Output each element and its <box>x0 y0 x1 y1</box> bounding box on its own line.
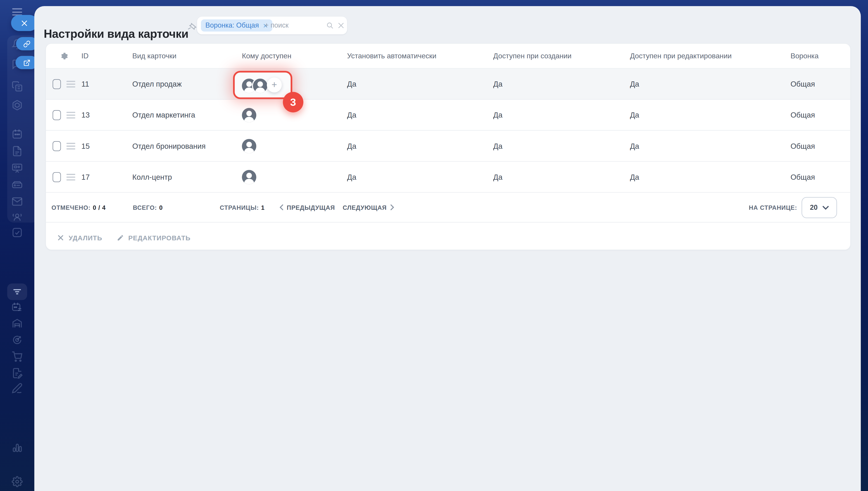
drag-handle-icon[interactable] <box>66 174 75 180</box>
row-available-on-edit: Да <box>630 111 639 119</box>
target-icon[interactable] <box>11 334 23 345</box>
signature-icon[interactable] <box>11 382 23 394</box>
table-row: 13Отдел маркетингаДаДаДаОбщая <box>46 100 850 131</box>
delete-button[interactable]: УДАЛИТЬ <box>57 234 102 242</box>
chevron-down-icon <box>822 206 829 209</box>
pages-counter: СТРАНИЦЫ:1 <box>220 204 265 210</box>
per-page-value: 20 <box>810 204 817 211</box>
row-card-view-name: Колл-центр <box>132 173 172 181</box>
chevron-right-icon <box>390 204 394 210</box>
app-root: Настройки вида карточки Воронка: Общая +… <box>0 0 868 491</box>
row-available-on-edit: Да <box>630 142 639 150</box>
row-available-on-edit: Да <box>630 173 639 181</box>
column-header-auto: Установить автоматически <box>347 52 437 60</box>
sidebar <box>0 0 39 491</box>
column-header-funnel: Воронка <box>790 52 818 60</box>
calendar-list-icon[interactable] <box>11 302 23 313</box>
row-id: 17 <box>81 173 90 181</box>
annotation-step-badge: 3 <box>283 92 303 113</box>
table-row: 11Отдел продажДаДаДаОбщая+3 <box>46 69 850 100</box>
row-available-on-edit: Да <box>630 80 639 88</box>
row-available-on-create: Да <box>493 111 503 119</box>
search-clear-icon[interactable] <box>337 22 345 29</box>
edit-pencil-icon <box>117 234 124 241</box>
prev-page-button[interactable]: ПРЕДЫДУЩАЯ <box>279 204 335 210</box>
user-avatar[interactable] <box>242 139 256 153</box>
column-header-name: Вид карточки <box>132 52 176 60</box>
copy-docs-icon[interactable] <box>11 81 23 92</box>
page-title: Настройки вида карточки <box>43 27 188 40</box>
next-page-button[interactable]: СЛЕДУЮЩАЯ <box>343 204 394 210</box>
row-id: 15 <box>81 142 90 150</box>
hamburger-icon[interactable] <box>12 8 22 16</box>
search-bar[interactable]: Воронка: Общая + поиск <box>197 17 347 34</box>
external-link-icon <box>23 59 30 66</box>
row-id: 11 <box>81 80 89 88</box>
user-avatar[interactable] <box>242 170 256 184</box>
user-avatar[interactable] <box>242 108 256 122</box>
filter-chip[interactable]: Воронка: Общая <box>201 20 272 32</box>
row-id: 13 <box>81 111 90 119</box>
search-icon[interactable] <box>326 22 334 29</box>
pin-icon[interactable] <box>187 21 198 32</box>
per-page-label: НА СТРАНИЦЕ: <box>749 204 797 210</box>
delete-x-icon <box>57 234 64 241</box>
row-set-automatically: Да <box>347 142 356 150</box>
row-funnel: Общая <box>790 80 815 88</box>
table-body: 11Отдел продажДаДаДаОбщая+313Отдел марке… <box>46 69 850 193</box>
cash-drawer-icon[interactable] <box>11 179 23 190</box>
add-user-button[interactable]: + <box>267 78 282 92</box>
user-avatar[interactable] <box>252 77 268 94</box>
calendar-icon[interactable] <box>11 128 23 140</box>
close-icon <box>21 19 28 27</box>
table-footer: ОТМЕЧЕНО:0 / 4 ВСЕГО:0 СТРАНИЦЫ:1 ПРЕДЫД… <box>46 193 850 222</box>
close-panel-button[interactable] <box>11 15 38 31</box>
row-checkbox[interactable] <box>53 172 61 182</box>
row-set-automatically: Да <box>347 173 356 181</box>
drag-handle-icon[interactable] <box>66 81 75 87</box>
link-icon <box>23 40 31 48</box>
row-card-view-name: Отдел бронирования <box>132 142 206 150</box>
per-page-select[interactable]: 20 <box>802 197 837 218</box>
filter-chip-label: Воронка: Общая <box>206 22 259 29</box>
table-row: 15Отдел бронированияДаДаДаОбщая <box>46 131 850 162</box>
content-card: Настройки вида карточки Воронка: Общая +… <box>34 6 861 491</box>
drag-handle-icon[interactable] <box>66 111 75 118</box>
column-header-create: Доступен при создании <box>493 52 571 60</box>
edit-button[interactable]: РЕДАКТИРОВАТЬ <box>117 234 190 242</box>
people-icon[interactable] <box>11 211 23 223</box>
row-funnel: Общая <box>790 111 815 119</box>
filter-icon-active[interactable] <box>7 284 27 300</box>
search-input[interactable]: + поиск <box>265 17 289 34</box>
document-edit-icon[interactable] <box>11 368 23 379</box>
mail-icon[interactable] <box>11 196 23 207</box>
gear-icon[interactable] <box>11 476 23 487</box>
column-header-id: ID <box>81 52 89 60</box>
table-header-row: IDВид карточкиКому доступенУстановить ав… <box>46 44 850 68</box>
table-panel: IDВид карточкиКому доступенУстановить ав… <box>46 44 850 250</box>
row-card-view-name: Отдел продаж <box>132 80 182 88</box>
row-checkbox[interactable] <box>53 141 61 151</box>
actions-bar: УДАЛИТЬ РЕДАКТИРОВАТЬ <box>46 222 850 253</box>
row-available-on-create: Да <box>493 173 503 181</box>
row-card-view-name: Отдел маркетинга <box>132 111 195 119</box>
row-set-automatically: Да <box>347 80 356 88</box>
presentation-icon[interactable] <box>11 163 23 174</box>
chevron-left-icon <box>279 204 283 210</box>
hexagon-icon[interactable] <box>11 100 23 111</box>
drag-handle-icon[interactable] <box>66 143 75 149</box>
column-header-edit: Доступен при редактировании <box>630 52 732 60</box>
row-available-on-create: Да <box>493 142 503 150</box>
row-funnel: Общая <box>790 173 815 181</box>
column-header-access: Кому доступен <box>242 52 291 60</box>
table-settings-gear-icon[interactable] <box>60 52 69 60</box>
row-checkbox[interactable] <box>53 110 61 120</box>
warehouse-icon[interactable] <box>11 318 23 329</box>
bar-chart-icon[interactable] <box>11 442 23 454</box>
checkbox-icon[interactable] <box>11 227 23 238</box>
row-checkbox[interactable] <box>53 79 61 89</box>
file-icon[interactable] <box>11 146 23 157</box>
annotation-highlight-rect: +3 <box>233 71 292 99</box>
cart-icon[interactable] <box>11 351 23 362</box>
total-counter: ВСЕГО:0 <box>133 204 163 210</box>
